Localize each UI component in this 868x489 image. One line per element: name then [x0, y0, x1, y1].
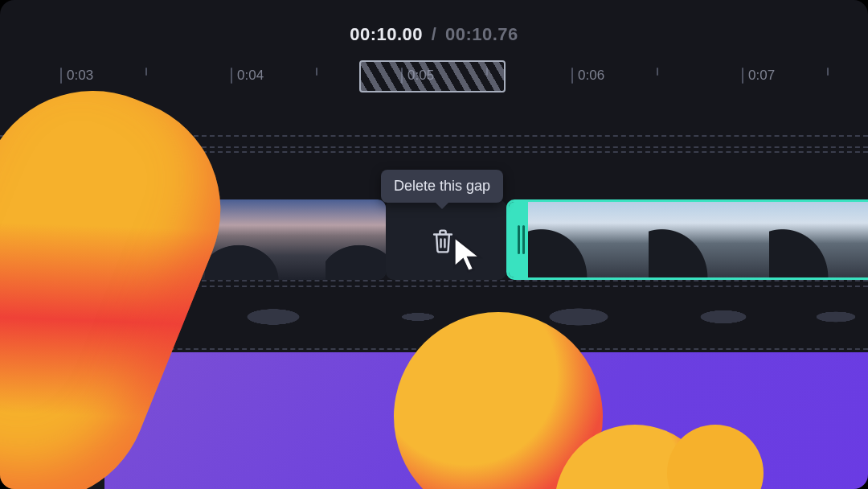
ruler-tick-minor	[145, 68, 147, 76]
ruler-tick-label: 0:07	[748, 68, 775, 84]
timecode-total: 00:10.76	[445, 24, 518, 44]
timecode-current: 00:10.00	[350, 24, 423, 44]
playhead-timecode: 00:10.00 / 00:10.76	[350, 24, 518, 45]
timecode-separator: /	[428, 24, 440, 44]
ruler-tick-major	[571, 68, 573, 84]
video-clip-2-selected[interactable]	[506, 199, 868, 280]
ruler-tick-label: 0:04	[237, 68, 264, 84]
clip-thumbnail	[769, 202, 868, 277]
tooltip-label: Delete this gap	[394, 178, 490, 194]
ruler-tick-major	[60, 68, 62, 84]
delete-gap-tooltip: Delete this gap	[381, 170, 503, 203]
mouse-cursor-icon	[452, 235, 487, 273]
graphic-shape	[667, 425, 764, 489]
ruler-tick-major	[231, 68, 232, 84]
ruler-tick-label: 0:03	[67, 68, 93, 84]
clip-thumbnail	[313, 199, 386, 280]
video-editor-timeline: 00:10.00 / 00:10.76 0:030:040:050:060:07…	[0, 0, 868, 489]
clip-thumbnail	[528, 202, 649, 277]
clip-thumbnail	[649, 202, 769, 277]
ruler-tick-minor	[827, 68, 829, 76]
graphic-overlay-track[interactable]	[104, 352, 868, 489]
ruler-tick-minor	[657, 68, 658, 76]
ruler-tick-label: 0:06	[578, 68, 604, 84]
timeline-selection-range[interactable]	[359, 60, 506, 92]
ruler-tick-major	[742, 68, 743, 84]
ruler-tick-minor	[316, 68, 317, 76]
clip-trim-handle-left[interactable]	[509, 202, 528, 277]
